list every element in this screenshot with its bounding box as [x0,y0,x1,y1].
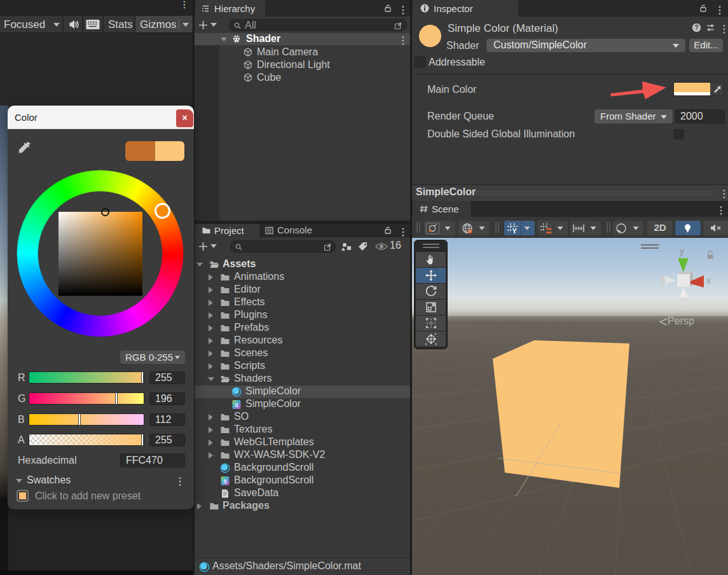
svg-text:Y: Y [512,227,518,234]
svg-text:?: ? [694,24,698,31]
svg-text:y: y [680,246,684,256]
svg-text:x: x [706,275,711,286]
svg-text:S: S [223,478,227,485]
svg-text:S: S [235,402,238,408]
